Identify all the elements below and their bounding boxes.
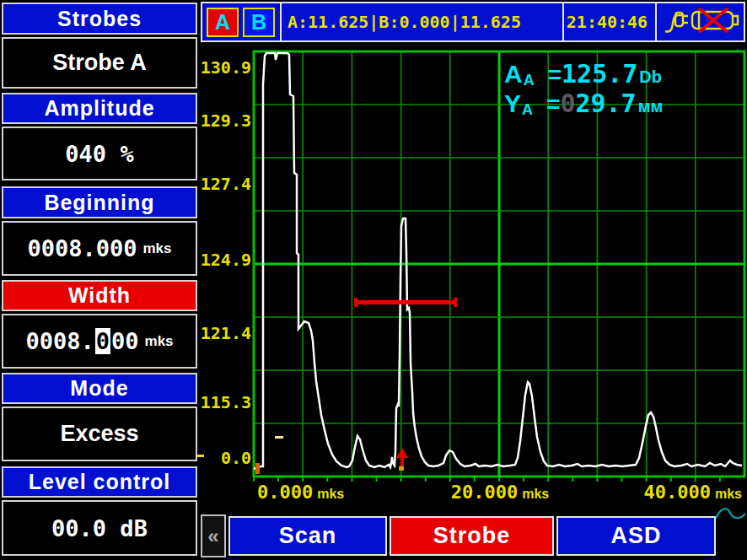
y-axis-label: 129.3 [199,110,251,131]
power-plug-icon [662,6,743,38]
y-axis-label: 130.9 [199,57,251,78]
width-value-after-cursor: 00 [111,328,139,354]
amplitude-value: 040 % [65,141,133,167]
channel-b-button[interactable]: B [243,8,275,37]
measurement-readout: A A = 125.7 Db Y A = 0 29.7 мм [504,59,663,118]
dot-mark [399,466,404,471]
readout-y-sub: A [522,101,533,119]
back-button[interactable]: « [201,514,226,557]
x-axis-label: 20.000mks [451,482,550,503]
sidebar-param-width-selected[interactable]: Width [2,280,197,311]
waveform-trace [254,53,742,469]
dash-mark [275,436,283,439]
beginning-value: 0008.000 [27,235,137,261]
x-axis-label: 0.000mks [257,482,344,503]
clock: 21:40:46 [564,12,650,32]
readout-y-unit: мм [638,97,664,116]
readout-a-name: A [504,60,523,89]
y-axis-label: 0.0 [199,448,251,468]
sidebar-value-width[interactable]: 0008. 0 00 mks [2,314,197,369]
readout-y-name: Y [504,89,521,118]
sidebar-value-level-control[interactable]: 00.0 dB [2,500,197,556]
sidebar-title-strobes[interactable]: Strobes [2,3,197,35]
sidebar-value-beginning[interactable]: 0008.000 mks [2,221,197,276]
y-axis-label: 127.4 [199,174,251,194]
sidebar-item-strobe-a[interactable]: Strobe A [2,37,197,89]
sidebar-param-amplitude[interactable]: Amplitude [2,93,197,124]
power-status [657,6,743,38]
plot-frame [254,51,744,477]
status-bar: A B A:11.625|B:0.000|11.625 21:40:46 [201,2,745,42]
edit-cursor-digit[interactable]: 0 [95,328,110,354]
readout-depth: Y A = 0 29.7 мм [504,89,663,118]
sidebar-param-mode[interactable]: Mode [2,373,197,404]
readout-a-sub: A [524,72,535,89]
equals-sign: = [546,91,560,118]
cursor-arrow[interactable] [396,448,408,470]
origin-mark [255,463,260,474]
channel-a-button[interactable]: A [207,8,239,37]
device-screen: Strobes Strobe A Amplitude 040 % Beginni… [0,0,747,560]
sidebar-value-amplitude[interactable]: 040 % [2,127,197,180]
y-axis-label: 115.3 [199,392,251,412]
readout-y-value: 29.7 [575,89,636,118]
readout-a-unit: Db [639,67,662,87]
strobe-gate-left-cap[interactable] [354,298,357,307]
beginning-unit: mks [143,240,172,257]
level-control-value: 00.0 dB [51,515,148,541]
width-unit: mks [145,333,174,350]
tab-strobe-selected[interactable]: Strobe [390,516,554,556]
sidebar-param-level-control[interactable]: Level control [2,466,197,498]
sidebar-param-beginning[interactable]: Beginning [2,186,197,218]
tab-scan[interactable]: Scan [228,516,387,556]
strobe-gate-line[interactable] [356,300,455,304]
artifact-mark [715,509,745,520]
gate-readings: A:11.625|B:0.000|11.625 [282,12,557,32]
readout-amplitude: A A = 125.7 Db [504,59,663,89]
equals-sign: = [548,62,562,89]
tab-asd[interactable]: ASD [556,516,716,556]
width-value-before-cursor: 0008. [25,328,94,354]
y-axis-label: 121.4 [199,323,251,343]
strobe-gate-right-cap[interactable] [454,298,457,307]
sidebar-value-mode[interactable]: Excess [2,407,197,461]
y-axis-label: 124.9 [199,250,251,270]
x-axis-label: 40.000mks [643,482,742,503]
readout-a-value: 125.7 [562,59,637,89]
readout-y-leading-zero: 0 [560,89,575,118]
